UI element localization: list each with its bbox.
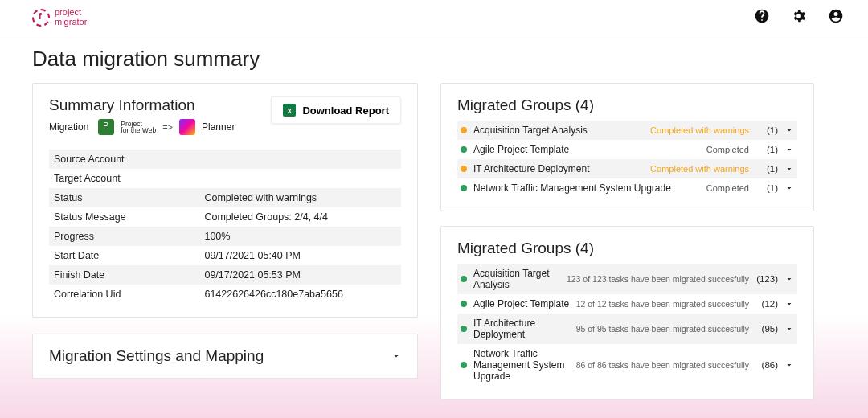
summary-key: Source Account [54,154,204,165]
group-row[interactable]: Agile Project Template12 of 12 tasks hav… [457,294,797,314]
col-left: Summary Information Migration Projectfor… [32,83,418,400]
summary-key: Status Message [54,211,204,223]
chevron-down-icon[interactable] [784,324,794,334]
project-icon [98,119,114,135]
summary-row: Start Date09/17/2021 05:40 PM [49,246,401,265]
summary-row: Target Account [49,169,401,188]
group-status: 12 of 12 tasks have been migrated succes… [576,299,749,309]
download-label: Download Report [302,104,389,117]
summary-value: 09/17/2021 05:40 PM [204,250,396,261]
summary-key: Progress [54,231,204,242]
migration-label: Migration [49,121,88,133]
summary-row: Progress100% [49,227,401,246]
summary-value: 09/17/2021 05:53 PM [204,269,396,281]
summary-title: Summary Information [49,96,235,114]
group-row[interactable]: Agile Project TemplateCompleted(1) [457,140,797,159]
group-status: 95 of 95 tasks have been migrated succes… [576,324,749,334]
groups1-list: Acquisition Target AnalysisCompleted wit… [457,121,797,198]
chevron-down-icon[interactable] [784,125,794,135]
group-name: Acquisition Target Analysis [473,125,644,136]
summary-value: 61422626426cc180e7aba5656 [204,289,396,300]
status-dot-icon [461,362,467,368]
summary-row: Finish Date09/17/2021 05:53 PM [49,265,401,285]
chevron-down-icon[interactable] [784,183,794,193]
summary-card: Summary Information Migration Projectfor… [32,83,418,318]
migration-row: Migration Projectfor the Web => Planner [49,119,235,135]
summary-row: Correlation Uid61422626426cc180e7aba5656 [49,285,401,304]
group-name: IT Architecture Deployment [473,318,570,340]
chevron-down-icon[interactable] [784,145,794,154]
group-count: (12) [755,299,778,309]
chevron-down-icon [391,351,401,361]
arrow-icon: => [162,122,173,132]
summary-key: Status [54,192,204,203]
groups-card-2: Migrated Groups (4) Acquisition Target A… [440,226,814,400]
brand-line1: project [55,8,87,18]
page-title: Data migration summary [32,47,836,72]
chevron-down-icon[interactable] [784,164,794,174]
summary-key: Correlation Uid [54,289,204,300]
groups1-title: Migrated Groups (4) [457,96,797,114]
status-dot-icon [461,326,467,332]
excel-icon: x [283,104,296,117]
group-name: Network Traffic Management System Upgrad… [473,182,700,194]
summary-key: Finish Date [54,269,204,281]
group-name: Acquisition Target Analysis [473,268,560,290]
summary-value: 100% [204,231,396,242]
group-row[interactable]: Network Traffic Management System Upgrad… [457,178,797,198]
group-status: Completed with warnings [650,125,749,135]
group-status: 86 of 86 tasks have been migrated succes… [576,360,749,370]
chevron-down-icon[interactable] [784,299,794,309]
group-name: Network Traffic Management System Upgrad… [473,348,570,382]
group-row[interactable]: Acquisition Target AnalysisCompleted wit… [457,121,797,140]
topbar: project migrator [0,0,868,35]
summary-row: StatusCompleted with warnings [49,188,401,207]
group-count: (86) [755,360,778,370]
summary-key: Target Account [54,173,204,184]
status-dot-icon [461,276,467,282]
group-count: (123) [755,274,778,284]
summary-head: Summary Information Migration Projectfor… [49,96,401,143]
topbar-actions [754,8,844,27]
status-dot-icon [461,185,467,191]
group-count: (1) [755,183,778,193]
settings-card[interactable]: Migration Settings and Mapping [32,334,418,379]
status-dot-icon [461,301,467,307]
group-row[interactable]: Acquisition Target Analysis123 of 123 ta… [457,264,797,294]
group-name: Agile Project Template [473,144,700,155]
group-row[interactable]: IT Architecture Deployment95 of 95 tasks… [457,314,797,344]
brand-line2: migrator [55,18,87,27]
status-dot-icon [461,127,467,133]
summary-value [204,154,396,165]
group-count: (95) [755,324,778,334]
status-dot-icon [461,146,467,153]
summary-key: Start Date [54,250,204,261]
group-count: (1) [755,164,778,174]
groups-card-1: Migrated Groups (4) Acquisition Target A… [440,83,814,211]
summary-value: Completed Groups: 2/4, 4/4 [204,211,396,223]
group-row[interactable]: IT Architecture DeploymentCompleted with… [457,159,797,178]
group-status: Completed with warnings [650,164,749,174]
user-icon[interactable] [828,8,844,27]
groups2-title: Migrated Groups (4) [457,240,797,257]
group-row[interactable]: Network Traffic Management System Upgrad… [457,344,797,386]
group-status: Completed [706,145,749,154]
planner-icon [179,119,195,135]
chevron-down-icon[interactable] [784,360,794,370]
download-report-button[interactable]: x Download Report [271,96,401,124]
summary-table: Source AccountTarget AccountStatusComple… [49,150,401,304]
help-icon[interactable] [754,8,770,27]
gear-icon[interactable] [791,8,807,27]
col-right: Migrated Groups (4) Acquisition Target A… [440,83,814,400]
group-count: (1) [755,145,778,154]
chevron-down-icon[interactable] [784,274,794,284]
groups2-list: Acquisition Target Analysis123 of 123 ta… [457,264,797,386]
group-name: IT Architecture Deployment [473,163,644,174]
brand-logo[interactable]: project migrator [32,8,87,27]
source-app: Projectfor the Web [121,121,156,134]
group-count: (1) [755,125,778,135]
group-name: Agile Project Template [473,298,570,309]
group-status: Completed [706,183,749,193]
summary-row: Source Account [49,150,401,169]
summary-row: Status MessageCompleted Groups: 2/4, 4/4 [49,207,401,227]
